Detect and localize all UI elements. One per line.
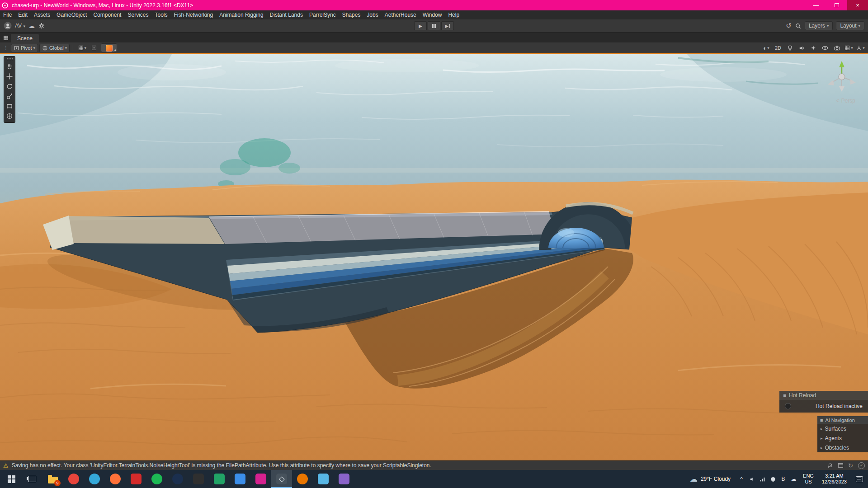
tray-volume-icon[interactable] — [747, 470, 757, 488]
tab-scene[interactable]: Scene — [11, 34, 39, 42]
ai-nav-obstacles[interactable]: ▸ Obstacles — [817, 443, 868, 452]
menu-edit[interactable]: Edit — [15, 12, 31, 18]
taskbar-icon-blender[interactable] — [292, 470, 313, 488]
gizmo-center[interactable] — [839, 74, 845, 80]
view-tool-button[interactable] — [5, 61, 14, 71]
menu-file[interactable]: File — [0, 12, 15, 18]
taskbar-clock[interactable]: 3:21 AM 12/26/2023 — [818, 473, 851, 485]
menu-tools[interactable]: Tools — [151, 12, 170, 18]
weather-widget[interactable]: ☁ 29°F Cloudy — [684, 474, 736, 484]
gizmos-dropdown[interactable]: ▾ — [855, 44, 866, 52]
effects-toggle[interactable] — [808, 44, 819, 52]
persp-toggle-arrow[interactable]: < — [836, 98, 839, 104]
home-icon[interactable]: ⌂ — [862, 56, 865, 62]
taskbar-icon-green-app[interactable] — [209, 470, 230, 488]
account-dropdown[interactable]: AV ▾ — [15, 23, 25, 29]
foldout-arrow-icon[interactable]: ▸ — [821, 446, 823, 450]
step-button[interactable]: ▶ — [441, 21, 454, 30]
undo-history-icon[interactable]: ↺ — [786, 22, 792, 30]
rotate-tool-button[interactable] — [5, 81, 14, 91]
scale-tool-button[interactable] — [5, 91, 14, 101]
toolbar-grip[interactable]: ⋮ — [2, 45, 9, 51]
global-dropdown[interactable]: Global ▾ — [39, 44, 70, 52]
scene-viewport[interactable]: ⌂ < Persp ≡ Hot Reload Hot Reload inacti… — [0, 54, 868, 460]
foldout-arrow-icon[interactable]: ▸ — [821, 436, 823, 441]
taskbar-icon-task-view[interactable] — [22, 470, 42, 488]
action-center-button[interactable] — [851, 470, 868, 488]
taskbar-icon-file-explorer[interactable]: 9 — [42, 470, 63, 488]
pause-button[interactable] — [428, 21, 440, 30]
taskbar-icon-unity-editor[interactable] — [271, 470, 292, 488]
tray-shield-icon[interactable] — [768, 470, 778, 488]
ai-nav-agents[interactable]: ▸ Agents — [817, 433, 868, 443]
menu-assets[interactable]: Assets — [31, 12, 53, 18]
taskbar-icon-steam[interactable] — [167, 470, 188, 488]
layout-dropdown[interactable]: Layout▾ — [836, 21, 864, 30]
rect-tool-button[interactable] — [5, 101, 14, 111]
minimize-button[interactable]: — — [806, 0, 826, 10]
2d-toggle[interactable]: 2D — [773, 44, 783, 52]
cloud-services-icon[interactable]: ☁ — [28, 22, 35, 29]
menu-services[interactable]: Services — [124, 12, 151, 18]
menu-shapes[interactable]: Shapes — [339, 12, 364, 18]
play-button[interactable]: ▶ — [414, 21, 427, 30]
account-avatar[interactable] — [4, 22, 12, 30]
notifications-muted-icon[interactable] — [827, 463, 833, 469]
menu-window[interactable]: Window — [420, 12, 445, 18]
tray-bluetooth-icon[interactable]: B — [778, 470, 788, 488]
menu-parrelsync[interactable]: ParrelSync — [306, 12, 339, 18]
pivot-dropdown[interactable]: Pivot ▾ — [11, 44, 38, 52]
ai-nav-surfaces[interactable]: ▸ Surfaces — [817, 424, 868, 433]
terrain-tool-button[interactable] — [101, 43, 117, 52]
scene-visibility-toggle[interactable] — [820, 44, 830, 52]
draw-mode-dropdown[interactable]: ◐▾ — [761, 44, 772, 52]
snap-increment-toggle[interactable] — [89, 44, 99, 52]
grid-visibility-dropdown[interactable]: ▾ — [843, 44, 854, 52]
menu-help[interactable]: Help — [445, 12, 462, 18]
taskbar-icon-photos[interactable] — [313, 470, 334, 488]
language-indicator[interactable]: ENG US — [799, 473, 818, 485]
foldout-arrow-icon[interactable]: ▸ — [821, 427, 823, 431]
hamburger-icon[interactable]: ≡ — [783, 392, 786, 399]
pane-menu-icon[interactable] — [4, 36, 8, 40]
search-icon[interactable] — [795, 23, 802, 29]
taskbar-icon-visual-studio[interactable] — [334, 470, 354, 488]
background-tasks-icon[interactable]: ↻ — [848, 462, 853, 469]
z-axis-cone[interactable] — [850, 79, 856, 84]
settings-gear-icon[interactable] — [38, 22, 45, 29]
taskbar-icon-firefox[interactable] — [105, 470, 126, 488]
layers-dropdown[interactable]: Layers▾ — [805, 21, 833, 30]
menu-gameobject[interactable]: GameObject — [53, 12, 90, 18]
lighting-toggle[interactable] — [784, 44, 795, 52]
overlay-drag-handle[interactable] — [6, 58, 13, 60]
tray-onedrive-icon[interactable]: ☁ — [788, 470, 799, 488]
hot-reload-header[interactable]: ≡ Hot Reload — [779, 391, 868, 400]
move-tool-button[interactable] — [5, 71, 14, 81]
hot-reload-status-indicator[interactable] — [785, 403, 791, 409]
transform-tool-button[interactable] — [5, 111, 14, 121]
camera-settings-button[interactable] — [831, 44, 842, 52]
menu-fish-networking[interactable]: Fish-Networking — [170, 12, 216, 18]
x-axis-cone[interactable] — [828, 80, 834, 85]
audio-toggle[interactable] — [796, 44, 807, 52]
progress-complete-icon[interactable]: ✓ — [858, 462, 865, 469]
taskbar-icon-brave[interactable] — [63, 470, 84, 488]
menu-component[interactable]: Component — [90, 12, 124, 18]
taskbar-icon-red-app[interactable] — [126, 470, 146, 488]
status-message[interactable]: Saving has no effect. Your class 'UnityE… — [12, 462, 431, 469]
tray-expand-chevron[interactable]: ^ — [736, 476, 747, 482]
grid-snap-toggle[interactable]: ▾ — [76, 44, 87, 52]
taskbar-icon-edge[interactable] — [84, 470, 105, 488]
menu-animation-rigging[interactable]: Animation Rigging — [216, 12, 266, 18]
orientation-gizmo[interactable] — [822, 57, 862, 97]
start-button[interactable] — [1, 470, 22, 488]
taskbar-icon-vscode[interactable] — [230, 470, 250, 488]
menu-distant-lands[interactable]: Distant Lands — [267, 12, 306, 18]
menu-aetherhouse[interactable]: AetherHouse — [382, 12, 420, 18]
taskbar-icon-pink-app[interactable] — [250, 470, 271, 488]
taskbar-icon-spotify[interactable] — [146, 470, 167, 488]
taskbar-icon-unity-hub[interactable] — [188, 470, 209, 488]
menu-jobs[interactable]: Jobs — [363, 12, 381, 18]
ai-navigation-header[interactable]: ≡ AI Navigation — [817, 416, 868, 424]
hamburger-icon[interactable]: ≡ — [820, 418, 823, 423]
